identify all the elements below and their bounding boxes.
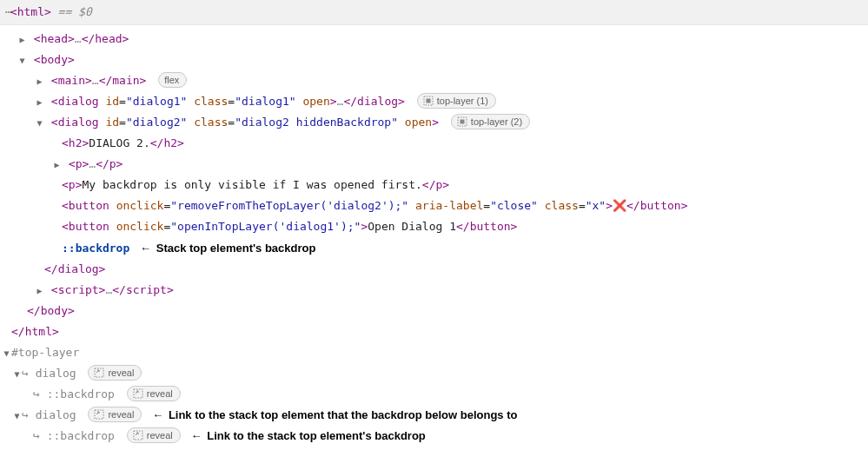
arrow-left-icon: ← <box>191 429 202 442</box>
top-layer-backdrop-2[interactable]: ↪ ::backdrop reveal ← Link to the stack … <box>0 426 868 447</box>
node-main[interactable]: ▶ <main>…</main> flex <box>0 70 868 91</box>
annotation: ← Link to the stack top element that the… <box>149 408 517 421</box>
cross-mark-icon: ❌ <box>613 199 626 212</box>
top-layer-badge[interactable]: top-layer (1) <box>417 93 496 109</box>
collapse-arrow-icon[interactable]: ▼ <box>17 53 27 70</box>
reveal-icon <box>133 430 143 440</box>
reveal-icon <box>94 368 104 378</box>
expand-arrow-icon[interactable]: ▶ <box>35 74 44 90</box>
hook-arrow-icon: ↪ <box>22 408 29 421</box>
arrow-left-icon: ← <box>152 408 163 421</box>
svg-rect-3 <box>460 120 464 124</box>
layers-icon <box>423 96 434 106</box>
console-ref: $0 <box>78 5 92 18</box>
node-script[interactable]: ▶ <script>…</script> <box>0 280 868 301</box>
node-dialog2-open[interactable]: ▼ <dialog id="dialog2" class="dialog2 hi… <box>0 112 868 133</box>
reveal-badge[interactable]: reveal <box>88 365 142 381</box>
node-head[interactable]: ▶ <head>…</head> <box>0 29 868 50</box>
reveal-badge[interactable]: reveal <box>127 386 181 401</box>
node-button-open-dialog1[interactable]: <button onclick="openInTopLayer('dialog1… <box>0 216 868 237</box>
annotation: ← Stack top element's backdrop <box>136 242 315 255</box>
top-layer-dialog-2[interactable]: ▼↪ dialog reveal ← Link to the stack top… <box>0 405 868 426</box>
hook-arrow-icon: ↪ <box>33 429 40 442</box>
expand-arrow-icon[interactable]: ▶ <box>52 157 62 174</box>
reveal-icon <box>133 388 143 399</box>
node-button-close[interactable]: <button onclick="removeFromTheTopLayer('… <box>0 195 868 216</box>
node-backdrop-pseudo[interactable]: ::backdrop ← Stack top element's backdro… <box>0 238 868 259</box>
top-layer-backdrop-1[interactable]: ↪ ::backdrop reveal <box>0 384 868 405</box>
expand-arrow-icon[interactable]: ▶ <box>35 95 44 111</box>
collapse-arrow-icon[interactable]: ▼ <box>35 116 44 132</box>
hook-arrow-icon: ↪ <box>22 367 29 380</box>
reveal-icon <box>94 409 104 420</box>
html-tag: <html> <box>10 5 51 18</box>
svg-rect-1 <box>426 99 430 103</box>
flex-badge[interactable]: flex <box>158 72 187 88</box>
node-h2[interactable]: <h2>DIALOG 2.</h2> <box>0 133 868 154</box>
collapse-arrow-icon[interactable]: ▼ <box>12 408 22 425</box>
collapse-arrow-icon[interactable]: ▼ <box>12 367 22 383</box>
expand-arrow-icon[interactable]: ▶ <box>17 32 27 49</box>
dom-tree: ▶ <head>…</head> ▼ <body> ▶ <main>…</mai… <box>0 25 868 454</box>
reveal-badge[interactable]: reveal <box>127 427 181 443</box>
node-dialog2-close[interactable]: </dialog> <box>0 259 868 280</box>
node-body-close[interactable]: </body> <box>0 301 868 321</box>
top-layer-header[interactable]: ▼#top-layer <box>0 342 868 363</box>
layers-icon <box>457 116 467 127</box>
node-html-close[interactable]: </html> <box>0 321 868 342</box>
node-dialog1[interactable]: ▶ <dialog id="dialog1" class="dialog1" o… <box>0 91 868 112</box>
selected-element-bar: ⋯<html> == $0 <box>0 0 868 25</box>
hook-arrow-icon: ↪ <box>33 387 40 401</box>
equals: == <box>51 5 78 18</box>
node-p-collapsed[interactable]: ▶ <p>…</p> <box>0 154 868 175</box>
collapse-arrow-icon[interactable]: ▼ <box>2 346 11 362</box>
reveal-badge[interactable]: reveal <box>88 407 142 422</box>
node-p-text[interactable]: <p>My backdrop is only visible if I was … <box>0 175 868 195</box>
node-body-open[interactable]: ▼ <body> <box>0 50 868 70</box>
top-layer-dialog-1[interactable]: ▼↪ dialog reveal <box>0 363 868 384</box>
arrow-left-icon: ← <box>140 242 151 255</box>
top-layer-badge[interactable]: top-layer (2) <box>451 114 530 129</box>
annotation: ← Link to the stack top element's backdr… <box>188 429 426 442</box>
expand-arrow-icon[interactable]: ▶ <box>35 283 44 300</box>
